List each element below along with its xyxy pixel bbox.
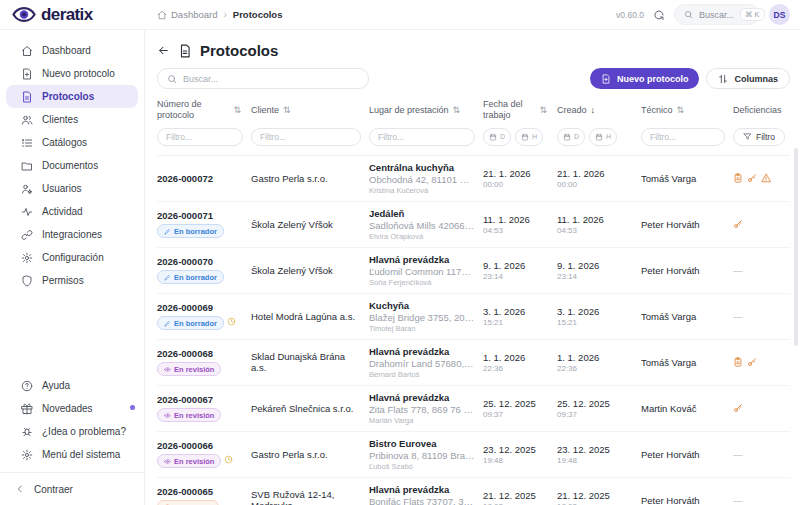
table-row[interactable]: 2026-000071En borradorŠkola Zelený Vŕšok…: [157, 201, 790, 247]
gear-icon: [21, 252, 33, 264]
sidebar-item-¿idea-o-problema?[interactable]: ¿Idea o problema?: [6, 420, 138, 443]
brand-wordmark: deratix: [41, 5, 93, 25]
breadcrumb-dashboard[interactable]: Dashboard: [157, 9, 217, 20]
place-contact: Soňa Ferjenčíková: [369, 278, 475, 287]
deficiencies-filter-button[interactable]: Filtro: [733, 128, 785, 146]
work-date-from-picker[interactable]: D: [483, 128, 511, 146]
sidebar-item-novedades[interactable]: Novedades: [6, 397, 138, 420]
work-date: 21. 1. 2026: [483, 168, 549, 179]
place-contact: Elvíra Oťapková: [369, 232, 475, 241]
file-plus-icon: [601, 74, 611, 84]
sidebar-item-clientes[interactable]: Clientes: [6, 108, 138, 131]
table-row[interactable]: 2026-000067En revisiónPekáreň Slnečnica …: [157, 385, 790, 431]
sidebar-item-actividad[interactable]: Actividad: [6, 200, 138, 223]
status-badge: En revisión: [157, 454, 221, 468]
column-header[interactable]: Creado↓: [557, 99, 641, 122]
empty-dash: —: [733, 265, 743, 276]
back-button[interactable]: [157, 44, 170, 57]
column-header[interactable]: Técnico⇅: [641, 99, 733, 122]
new-protocol-button[interactable]: Nuevo protocolo: [590, 68, 700, 89]
scrollbar-thumb[interactable]: [794, 148, 798, 346]
table-header-row: Número de protocolo⇅Cliente⇅Lugar de pre…: [157, 99, 790, 122]
filter-technician-input[interactable]: [641, 128, 725, 146]
collapse-button[interactable]: Contraer: [0, 477, 144, 501]
user-gear-icon: [21, 183, 33, 195]
place-address: Blažej Bridge 3755, 208 56 ...: [369, 312, 475, 323]
sidebar-item-configuraci-n[interactable]: Configuración: [6, 246, 138, 269]
protocol-number: 2026-000070: [157, 256, 243, 267]
sidebar-item-documentos[interactable]: Documentos: [6, 154, 138, 177]
pencil-icon: [164, 274, 171, 281]
table-filter-row: D H D H F: [157, 122, 790, 156]
activity-icon: [21, 206, 33, 218]
calendar-icon: [595, 133, 603, 141]
place-contact: Timotej Baran: [369, 324, 475, 333]
filter-place-input[interactable]: [369, 128, 475, 146]
work-date: 9. 1. 2026: [483, 260, 549, 271]
work-date-to-picker[interactable]: H: [515, 128, 543, 146]
table-row[interactable]: 2026-000066En revisiónGastro Perla s.r.o…: [157, 431, 790, 477]
client-name: Gastro Perla s.r.o.: [251, 449, 361, 460]
work-date: 11. 1. 2026: [483, 214, 549, 225]
brand-logo[interactable]: deratix: [12, 5, 145, 25]
column-header[interactable]: Fecha del trabajo⇅: [483, 99, 557, 122]
deratix-eye-icon: [12, 6, 36, 23]
column-header[interactable]: Número de protocolo⇅: [157, 99, 251, 122]
column-header-label: Fecha del trabajo: [483, 99, 535, 122]
main-content: Protocolos Buscar... Nuevo protocolo Col…: [145, 30, 800, 505]
created-to-picker[interactable]: H: [589, 128, 617, 146]
created-time: 22:36: [557, 364, 633, 373]
place-contact: Ľuboš Szabó: [369, 462, 475, 471]
table-row[interactable]: 2026-000065CanceladoSVB Ružová 12-14, Mo…: [157, 477, 790, 505]
created-time: 19:48: [557, 456, 633, 465]
table-row[interactable]: 2026-000069En borradorHotel Modrá Lagúna…: [157, 293, 790, 339]
client-name: Sklad Dunajská Brána a.s.: [251, 351, 361, 373]
deficiencies-cell: [733, 219, 790, 229]
sidebar-item-protocolos[interactable]: Protocolos: [6, 85, 138, 108]
sidebar-item-men-del-sistema[interactable]: Menú del sistema: [6, 443, 138, 466]
column-header[interactable]: Cliente⇅: [251, 99, 369, 122]
column-header[interactable]: Lugar de prestación⇅: [369, 99, 483, 122]
sidebar-item-dashboard[interactable]: Dashboard: [6, 39, 138, 62]
protocol-number: 2026-000069: [157, 302, 243, 313]
client-name: Hotel Modrá Lagúna a.s.: [251, 311, 361, 322]
sidebar-item-ayuda[interactable]: Ayuda: [6, 374, 138, 397]
users-icon: [21, 114, 33, 126]
home-icon: [21, 45, 33, 57]
table-search-input[interactable]: Buscar...: [157, 68, 369, 89]
search-icon: [167, 74, 177, 84]
sidebar-item-nuevo-protocolo[interactable]: Nuevo protocolo: [6, 62, 138, 85]
technician-name: Peter Horváth: [641, 265, 725, 276]
table-row[interactable]: 2026-000072Gastro Perla s.r.o.Centrálna …: [157, 156, 790, 201]
refresh-icon[interactable]: [653, 9, 665, 21]
global-search[interactable]: Buscar... ⌘ K: [674, 4, 760, 25]
file-icon: [21, 91, 33, 103]
sidebar-item-integraciones[interactable]: Integraciones: [6, 223, 138, 246]
sidebar-item-label: Protocolos: [42, 91, 94, 102]
created-date: 1. 1. 2026: [557, 352, 633, 363]
sidebar-item-usuarios[interactable]: Usuarios: [6, 177, 138, 200]
columns-button[interactable]: Columnas: [706, 68, 790, 89]
sidebar-item-permisos[interactable]: Permisos: [6, 269, 138, 292]
created-from-picker[interactable]: D: [557, 128, 585, 146]
table-row[interactable]: 2026-000070En borradorŠkola Zelený Vŕšok…: [157, 247, 790, 293]
sort-icon: ⇅: [283, 105, 291, 116]
sort-desc-icon: ↓: [591, 105, 596, 116]
sidebar-item-cat-logos[interactable]: Catálogos: [6, 131, 138, 154]
avatar[interactable]: DS: [769, 4, 790, 25]
created-date: 23. 12. 2025: [557, 444, 633, 455]
created-time: 00:00: [557, 180, 633, 189]
top-bar: deratix Dashboard › Protocolos v0.60.0 B…: [0, 0, 800, 30]
protocol-number: 2026-000071: [157, 210, 243, 221]
client-name: Pekáreň Slnečnica s.r.o.: [251, 403, 361, 414]
sidebar: DashboardNuevo protocoloProtocolosClient…: [0, 30, 145, 505]
table-row[interactable]: 2026-000068En revisiónSklad Dunajská Brá…: [157, 339, 790, 385]
empty-dash: —: [733, 449, 743, 460]
filter-client-input[interactable]: [251, 128, 361, 146]
filter-number-input[interactable]: [157, 128, 243, 146]
key-icon: [733, 219, 743, 229]
gear-icon: [21, 449, 33, 461]
created-time: 23:14: [557, 272, 633, 281]
work-date: 23. 12. 2025: [483, 444, 549, 455]
sidebar-item-label: Permisos: [42, 275, 84, 286]
